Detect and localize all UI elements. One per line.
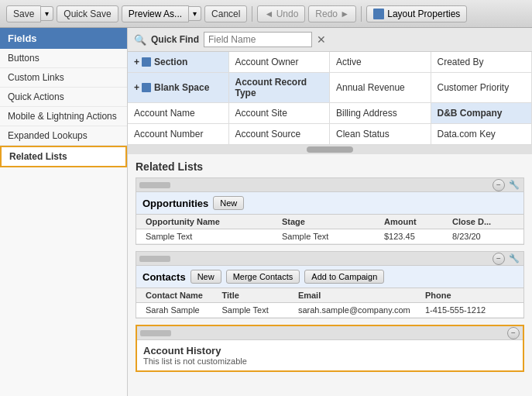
contact-title-1: Sample Text	[218, 305, 294, 315]
contacts-block: − 🔧 Contacts New Merge Contacts Add to C…	[136, 251, 524, 319]
sidebar-item-quick-actions[interactable]: Quick Actions	[0, 88, 127, 107]
grid-cell-account-owner[interactable]: Account Owner	[229, 52, 331, 72]
opp-amount-1: $123.45	[381, 232, 449, 241]
grid-cell-account-number[interactable]: Account Number	[128, 124, 229, 144]
grid-cell-account-record-type[interactable]: Account Record Type	[229, 73, 331, 102]
layout-properties-button[interactable]: Layout Properties	[366, 5, 467, 22]
quick-find-input[interactable]	[204, 32, 312, 47]
grid-cell-datacom-key[interactable]: Data.com Key	[431, 124, 533, 144]
grid-cell-account-site[interactable]: Account Site	[229, 103, 331, 123]
account-history-subtitle: This list is not customizable	[143, 356, 517, 366]
contacts-header: Contacts New Merge Contacts Add to Campa…	[136, 266, 523, 288]
redo-button[interactable]: Redo ►	[308, 5, 356, 22]
col-phone: Phone	[422, 291, 517, 300]
quick-find-bar: 🔍 Quick Find ✕	[128, 28, 532, 52]
sidebar-item-expanded-lookups[interactable]: Expanded Lookups	[0, 126, 127, 146]
sidebar-item-custom-links[interactable]: Custom Links	[0, 68, 127, 88]
col-amount: Amount	[381, 217, 449, 226]
opportunities-wrench-icon[interactable]: 🔧	[508, 179, 520, 191]
grid-row-4: Account Number Account Source Clean Stat…	[128, 124, 532, 145]
toolbar: Save ▾ Quick Save Preview As... ▾ Cancel…	[0, 0, 532, 28]
scrollbar-thumb	[307, 146, 353, 153]
contact-name-1: Sarah Sample	[142, 305, 218, 315]
drag-handle-icon	[142, 57, 151, 67]
plus-icon-2: +	[134, 82, 139, 93]
preview-btn-group: Preview As... ▾	[122, 5, 201, 22]
grid-cell-created-by[interactable]: Created By	[431, 52, 533, 72]
account-history-title: Account History	[143, 345, 517, 356]
quick-find-label: Quick Find	[151, 34, 199, 45]
opportunities-new-button[interactable]: New	[213, 196, 244, 210]
contacts-wrench-icon[interactable]: 🔧	[508, 253, 520, 265]
sidebar: Fields Buttons Custom Links Quick Action…	[0, 28, 128, 396]
save-dropdown-button[interactable]: ▾	[41, 6, 53, 21]
grid-cell-account-source[interactable]: Account Source	[229, 124, 331, 144]
toolbar-separator-2	[361, 6, 362, 22]
sidebar-item-mobile-lightning[interactable]: Mobile & Lightning Actions	[0, 107, 127, 126]
grid-cell-blank-space[interactable]: + Blank Space	[128, 73, 229, 102]
preview-dropdown-button[interactable]: ▾	[189, 6, 201, 21]
grid-cell-dnb-company[interactable]: D&B Company	[431, 103, 533, 123]
layout-icon	[373, 9, 384, 19]
account-history-block: − Account History This list is not custo…	[136, 325, 524, 372]
cell-text: Blank Space	[154, 82, 209, 93]
fields-grid: + Section Account Owner Active Created B…	[128, 52, 532, 154]
contact-email-1: sarah.sample@company.com	[295, 305, 422, 315]
grid-cell-clean-status[interactable]: Clean Status	[330, 124, 431, 144]
opportunities-col-headers: Opportunity Name Stage Amount Close D...	[136, 215, 523, 229]
opp-name-1: Sample Text	[142, 232, 279, 241]
contacts-minus-button[interactable]: −	[493, 253, 505, 265]
contact-phone-1: 1-415-555-1212	[422, 305, 517, 315]
opp-stage-1: Sample Text	[279, 232, 381, 241]
grid-cell-annual-revenue[interactable]: Annual Revenue	[330, 73, 431, 102]
grid-cell-section[interactable]: + Section	[128, 52, 229, 72]
contacts-merge-button[interactable]: Merge Contacts	[226, 270, 300, 284]
grid-cell-customer-priority[interactable]: Customer Priority	[431, 73, 533, 102]
save-button[interactable]: Save	[6, 5, 41, 22]
col-stage: Stage	[279, 217, 381, 226]
contacts-add-campaign-button[interactable]: Add to Campaign	[304, 270, 384, 284]
cancel-button[interactable]: Cancel	[204, 5, 247, 22]
contacts-new-button[interactable]: New	[190, 270, 221, 284]
fields-grid-scrollbar[interactable]	[128, 145, 532, 154]
opportunities-title: Opportunities	[142, 198, 208, 209]
account-history-top-bar: −	[137, 326, 523, 340]
account-history-content: Account History This list is not customi…	[137, 340, 523, 370]
search-icon: 🔍	[134, 34, 146, 46]
quick-save-button[interactable]: Quick Save	[57, 5, 118, 22]
sidebar-item-buttons[interactable]: Buttons	[0, 49, 127, 68]
opportunities-row-1: Sample Text Sample Text $123.45 8/23/20	[136, 229, 523, 244]
sidebar-header: Fields	[0, 28, 127, 49]
undo-button[interactable]: ◄ Undo	[257, 5, 305, 22]
col-opportunity-name: Opportunity Name	[142, 217, 279, 226]
opportunities-top-bar: − 🔧	[136, 178, 523, 192]
cell-text: Section	[154, 57, 187, 67]
grid-cell-account-name[interactable]: Account Name	[128, 103, 229, 123]
grid-cell-active[interactable]: Active	[330, 52, 431, 72]
related-lists-section: Related Lists − 🔧 Opportunities New Oppo…	[128, 154, 532, 381]
col-close-date: Close D...	[449, 217, 517, 226]
history-minus-button[interactable]: −	[507, 327, 520, 339]
sidebar-item-related-lists[interactable]: Related Lists	[0, 146, 127, 167]
grid-row-3: Account Name Account Site Billing Addres…	[128, 103, 532, 124]
contacts-col-headers: Contact Name Title Email Phone	[136, 288, 523, 303]
save-btn-group: Save ▾	[6, 5, 53, 22]
grid-cell-billing-address[interactable]: Billing Address	[330, 103, 431, 123]
toolbar-separator	[252, 6, 252, 22]
col-contact-name: Contact Name	[142, 291, 218, 300]
preview-button[interactable]: Preview As...	[122, 5, 189, 22]
opportunities-minus-button[interactable]: −	[493, 179, 505, 191]
contacts-title: Contacts	[142, 271, 186, 283]
drag-handle-history	[140, 330, 171, 336]
quick-find-clear-button[interactable]: ✕	[317, 33, 326, 46]
opportunities-block: − 🔧 Opportunities New Opportunity Name S…	[136, 177, 524, 245]
drag-handle-icon-2	[142, 83, 151, 92]
contacts-row-1: Sarah Sample Sample Text sarah.sample@co…	[136, 303, 523, 318]
col-email: Email	[295, 291, 422, 300]
grid-row-1: + Section Account Owner Active Created B…	[128, 52, 532, 73]
plus-icon: +	[134, 57, 139, 67]
contacts-top-bar: − 🔧	[136, 252, 523, 266]
content-area: 🔍 Quick Find ✕ + Section Account Owner A…	[128, 28, 532, 396]
main-container: Fields Buttons Custom Links Quick Action…	[0, 28, 532, 396]
grid-row-2: + Blank Space Account Record Type Annual…	[128, 73, 532, 103]
